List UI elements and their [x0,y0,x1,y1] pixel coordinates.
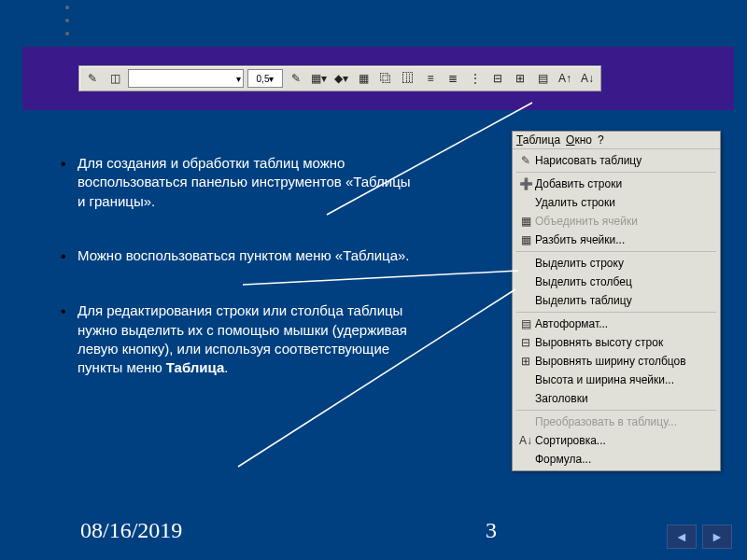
line-width-value: 0,5 [257,74,270,84]
bullet-text: Можно воспользоваться пунктом меню «Табл… [78,246,410,267]
menu-select-table[interactable]: Выделить таблицу [513,291,720,310]
menu-split-cells[interactable]: ▦Разбить ячейки... [513,231,720,249]
bullet-list: Для создания и обработки таблиц можно во… [61,154,416,413]
menu-delete-rows[interactable]: Удалить строки [513,193,720,212]
menu-headings[interactable]: Заголовки [513,389,720,408]
prev-slide-button[interactable]: ◄ [667,525,697,549]
menu-formula[interactable]: Формула... [513,450,720,469]
split-cells-icon[interactable]: ⿲ [397,67,419,90]
bullet-text: Для создания и обработки таблиц можно во… [78,154,416,211]
menu-cell-size[interactable]: Высота и ширина ячейки... [513,371,720,389]
sort-asc-icon[interactable]: A↑ [554,67,576,90]
bullet-text: Для редактирования строки или столбца та… [78,301,416,377]
align-bottom-icon[interactable]: ⋮ [464,67,486,90]
dist-rows-icon: ⊟ [516,336,535,349]
pencil-icon: ✎ [516,154,535,167]
align-top-icon[interactable]: ≡ [419,67,442,90]
autoformat-icon: ▤ [516,317,535,330]
dist-rows-icon[interactable]: ⊟ [486,67,509,90]
merge-cells-icon[interactable]: ⿻ [374,67,397,90]
menu-merge-cells: ▦Объединить ячейки [513,212,720,231]
border-color-icon[interactable]: ✎ [285,67,307,90]
table-menu-dropdown: ✎Нарисовать таблицу ➕Добавить строки Уда… [513,149,720,470]
menu-convert: Преобразовать в таблицу... [513,413,720,431]
merge-icon: ▦ [516,215,535,228]
split-icon: ▦ [516,233,535,246]
sort-desc-icon[interactable]: A↓ [576,67,599,90]
dist-cols-icon[interactable]: ⊞ [509,67,531,90]
list-item: Можно воспользоваться пунктом меню «Табл… [61,246,416,267]
list-item: Для создания и обработки таблиц можно во… [61,154,416,211]
menu-dist-rows[interactable]: ⊟Выровнять высоту строк [513,333,720,352]
eraser-icon[interactable]: ◫ [104,67,126,90]
menu-autoformat[interactable]: ▤Автоформат... [513,315,720,333]
menu-select-row[interactable]: Выделить строку [513,254,720,273]
add-row-icon: ➕ [516,177,535,190]
menu-select-col[interactable]: Выделить столбец [513,273,720,291]
autoformat-icon[interactable]: ▤ [531,67,554,90]
align-middle-icon[interactable]: ≣ [442,67,464,90]
menu-help[interactable]: ? [598,133,604,147]
slide-number: 3 [486,518,497,543]
menu-bar: ТТаблицааблица Окно ? [513,132,720,149]
menu-sort[interactable]: A↓Сортировка... [513,431,720,450]
menu-window[interactable]: Окно [566,133,592,147]
line-style-select[interactable]: ▾ [128,69,244,88]
line-width-select[interactable]: 0,5▾ [247,69,283,88]
menu-table[interactable]: ТТаблицааблица [516,133,560,147]
title-banner: ✎ ◫ ▾ 0,5▾ ✎ ▦▾ ◆▾ ▦ ⿻ ⿲ ≡ ≣ ⋮ ⊟ ⊞ ▤ A↑ … [22,47,734,110]
menu-add-rows[interactable]: ➕Добавить строки [513,175,720,193]
next-slide-button[interactable]: ► [702,525,732,549]
menu-draw-table[interactable]: ✎Нарисовать таблицу [513,151,720,170]
menu-dist-cols[interactable]: ⊞Выровнять ширину столбцов [513,352,720,371]
draw-table-icon[interactable]: ✎ [81,67,104,90]
insert-table-icon[interactable]: ▦ [352,67,374,90]
fill-color-icon[interactable]: ◆▾ [330,67,352,90]
slide-date: 08/16/2019 [80,518,182,543]
sort-icon: A↓ [516,434,535,447]
tables-borders-toolbar: ✎ ◫ ▾ 0,5▾ ✎ ▦▾ ◆▾ ▦ ⿻ ⿲ ≡ ≣ ⋮ ⊟ ⊞ ▤ A↑ … [78,65,601,91]
borders-icon[interactable]: ▦▾ [307,67,330,90]
list-item: Для редактирования строки или столбца та… [61,301,416,377]
dist-cols-icon: ⊞ [516,355,535,368]
table-menu-panel: ТТаблицааблица Окно ? ✎Нарисовать таблиц… [512,131,721,471]
decor-dots [65,6,69,35]
